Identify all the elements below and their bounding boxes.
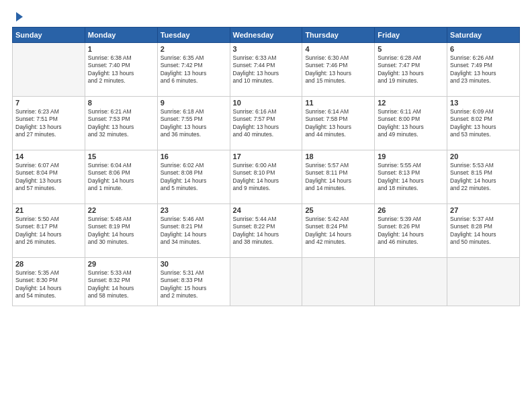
day-info: Sunrise: 6:28 AM Sunset: 7:47 PM Dayligh… [378,54,444,85]
day-number: 1 [88,45,154,53]
calendar-cell: 3Sunrise: 6:33 AM Sunset: 7:44 PM Daylig… [230,43,302,97]
day-info: Sunrise: 6:00 AM Sunset: 8:10 PM Dayligh… [233,162,300,193]
logo-arrow-icon [16,12,23,21]
calendar-cell: 7Sunrise: 6:23 AM Sunset: 7:51 PM Daylig… [13,97,85,150]
day-number: 11 [305,99,371,107]
day-info: Sunrise: 6:11 AM Sunset: 8:00 PM Dayligh… [378,108,444,139]
calendar-cell: 2Sunrise: 6:35 AM Sunset: 7:42 PM Daylig… [157,43,230,97]
day-number: 6 [450,45,517,53]
calendar-cell: 5Sunrise: 6:28 AM Sunset: 7:47 PM Daylig… [375,43,447,97]
calendar-header-tuesday: Tuesday [157,28,230,43]
calendar-cell: 29Sunrise: 5:33 AM Sunset: 8:32 PM Dayli… [85,258,157,306]
day-info: Sunrise: 5:44 AM Sunset: 8:22 PM Dayligh… [233,216,300,246]
day-number: 5 [378,45,444,53]
day-number: 29 [88,260,154,268]
day-number: 30 [161,260,227,268]
calendar-cell: 13Sunrise: 6:09 AM Sunset: 8:02 PM Dayli… [447,97,520,150]
day-number: 26 [378,206,444,214]
day-number: 17 [233,152,300,161]
calendar-cell [230,258,302,306]
calendar-cell: 12Sunrise: 6:11 AM Sunset: 8:00 PM Dayli… [375,97,447,150]
calendar-cell: 9Sunrise: 6:18 AM Sunset: 7:55 PM Daylig… [157,97,230,150]
day-info: Sunrise: 5:46 AM Sunset: 8:21 PM Dayligh… [161,216,227,246]
day-info: Sunrise: 6:38 AM Sunset: 7:40 PM Dayligh… [88,54,154,85]
day-number: 22 [88,206,154,214]
day-info: Sunrise: 5:53 AM Sunset: 8:15 PM Dayligh… [450,162,517,193]
day-number: 14 [15,152,82,161]
day-info: Sunrise: 6:18 AM Sunset: 7:55 PM Dayligh… [161,108,227,139]
calendar-cell: 19Sunrise: 5:55 AM Sunset: 8:13 PM Dayli… [375,150,447,204]
calendar-cell: 11Sunrise: 6:14 AM Sunset: 7:58 PM Dayli… [302,97,375,150]
day-info: Sunrise: 5:31 AM Sunset: 8:33 PM Dayligh… [161,269,227,300]
day-number: 20 [450,152,517,161]
day-number: 13 [450,99,517,107]
day-info: Sunrise: 6:02 AM Sunset: 8:08 PM Dayligh… [161,162,227,193]
calendar-cell [13,43,85,97]
day-number: 16 [161,152,227,161]
day-info: Sunrise: 6:21 AM Sunset: 7:53 PM Dayligh… [88,108,154,139]
day-info: Sunrise: 6:33 AM Sunset: 7:44 PM Dayligh… [233,54,300,85]
calendar-cell: 25Sunrise: 5:42 AM Sunset: 8:24 PM Dayli… [302,204,375,258]
calendar-cell: 30Sunrise: 5:31 AM Sunset: 8:33 PM Dayli… [157,258,230,306]
day-info: Sunrise: 6:09 AM Sunset: 8:02 PM Dayligh… [450,108,517,139]
calendar-cell: 14Sunrise: 6:07 AM Sunset: 8:04 PM Dayli… [13,150,85,204]
day-number: 9 [161,99,227,107]
calendar-header-friday: Friday [375,28,447,43]
calendar-table: SundayMondayTuesdayWednesdayThursdayFrid… [12,27,520,306]
day-number: 4 [305,45,371,53]
calendar-cell: 1Sunrise: 6:38 AM Sunset: 7:40 PM Daylig… [85,43,157,97]
calendar-cell: 22Sunrise: 5:48 AM Sunset: 8:19 PM Dayli… [85,204,157,258]
day-info: Sunrise: 5:39 AM Sunset: 8:26 PM Dayligh… [378,216,444,246]
day-info: Sunrise: 5:57 AM Sunset: 8:11 PM Dayligh… [305,162,371,193]
calendar-cell: 15Sunrise: 6:04 AM Sunset: 8:06 PM Dayli… [85,150,157,204]
day-info: Sunrise: 6:30 AM Sunset: 7:46 PM Dayligh… [305,54,371,85]
calendar-cell: 23Sunrise: 5:46 AM Sunset: 8:21 PM Dayli… [157,204,230,258]
calendar-header-wednesday: Wednesday [230,28,302,43]
day-info: Sunrise: 5:48 AM Sunset: 8:19 PM Dayligh… [88,216,154,246]
calendar-cell: 21Sunrise: 5:50 AM Sunset: 8:17 PM Dayli… [13,204,85,258]
calendar-header-row: SundayMondayTuesdayWednesdayThursdayFrid… [13,28,520,43]
calendar-cell: 16Sunrise: 6:02 AM Sunset: 8:08 PM Dayli… [157,150,230,204]
day-number: 3 [233,45,300,53]
day-number: 15 [88,152,154,161]
logo [12,12,23,21]
day-info: Sunrise: 5:50 AM Sunset: 8:17 PM Dayligh… [15,216,82,246]
calendar-cell: 6Sunrise: 6:26 AM Sunset: 7:49 PM Daylig… [447,43,520,97]
page: SundayMondayTuesdayWednesdayThursdayFrid… [0,0,532,411]
calendar-cell: 4Sunrise: 6:30 AM Sunset: 7:46 PM Daylig… [302,43,375,97]
calendar-header-saturday: Saturday [447,28,520,43]
day-number: 27 [450,206,517,214]
calendar-week-row: 21Sunrise: 5:50 AM Sunset: 8:17 PM Dayli… [13,204,520,258]
day-info: Sunrise: 5:42 AM Sunset: 8:24 PM Dayligh… [305,216,371,246]
calendar-cell: 27Sunrise: 5:37 AM Sunset: 8:28 PM Dayli… [447,204,520,258]
calendar-cell: 8Sunrise: 6:21 AM Sunset: 7:53 PM Daylig… [85,97,157,150]
calendar-cell: 10Sunrise: 6:16 AM Sunset: 7:57 PM Dayli… [230,97,302,150]
calendar-week-row: 7Sunrise: 6:23 AM Sunset: 7:51 PM Daylig… [13,97,520,150]
calendar-week-row: 14Sunrise: 6:07 AM Sunset: 8:04 PM Dayli… [13,150,520,204]
day-info: Sunrise: 5:37 AM Sunset: 8:28 PM Dayligh… [450,216,517,246]
day-info: Sunrise: 5:33 AM Sunset: 8:32 PM Dayligh… [88,269,154,300]
day-number: 19 [378,152,444,161]
day-number: 23 [161,206,227,214]
calendar-cell: 20Sunrise: 5:53 AM Sunset: 8:15 PM Dayli… [447,150,520,204]
day-number: 28 [15,260,82,268]
day-info: Sunrise: 6:23 AM Sunset: 7:51 PM Dayligh… [15,108,82,139]
day-number: 21 [15,206,82,214]
calendar-cell: 24Sunrise: 5:44 AM Sunset: 8:22 PM Dayli… [230,204,302,258]
day-number: 8 [88,99,154,107]
day-number: 18 [305,152,371,161]
day-number: 7 [15,99,82,107]
day-info: Sunrise: 6:35 AM Sunset: 7:42 PM Dayligh… [161,54,227,85]
day-info: Sunrise: 6:16 AM Sunset: 7:57 PM Dayligh… [233,108,300,139]
calendar-header-sunday: Sunday [13,28,85,43]
day-info: Sunrise: 6:14 AM Sunset: 7:58 PM Dayligh… [305,108,371,139]
calendar-cell [302,258,375,306]
calendar-week-row: 28Sunrise: 5:35 AM Sunset: 8:30 PM Dayli… [13,258,520,306]
calendar-week-row: 1Sunrise: 6:38 AM Sunset: 7:40 PM Daylig… [13,43,520,97]
calendar-cell: 26Sunrise: 5:39 AM Sunset: 8:26 PM Dayli… [375,204,447,258]
day-number: 24 [233,206,300,214]
calendar-cell: 18Sunrise: 5:57 AM Sunset: 8:11 PM Dayli… [302,150,375,204]
calendar-cell: 28Sunrise: 5:35 AM Sunset: 8:30 PM Dayli… [13,258,85,306]
calendar-header-thursday: Thursday [302,28,375,43]
calendar-cell [375,258,447,306]
